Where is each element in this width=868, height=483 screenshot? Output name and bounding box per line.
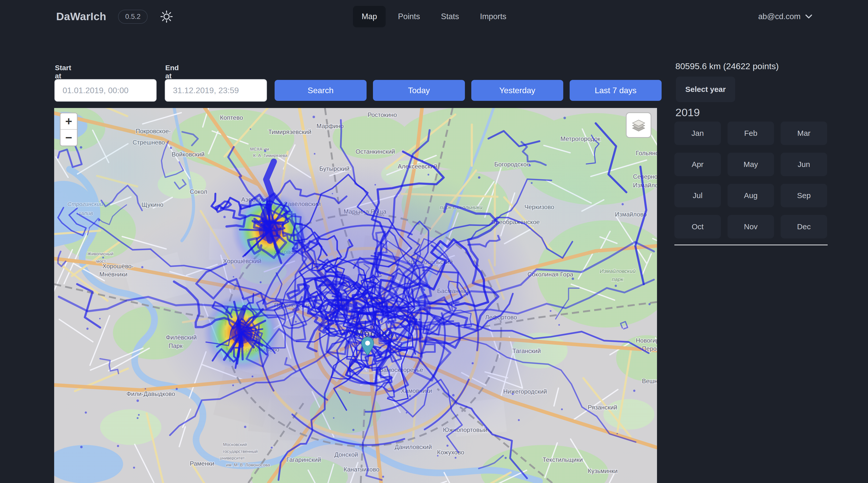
last-7-days-button[interactable]: Last 7 days	[570, 80, 661, 101]
map-label: Савёловский	[283, 200, 320, 207]
select-year-button[interactable]: Select year	[676, 76, 735, 102]
sidebar-divider	[674, 245, 828, 245]
map-label: Басманный	[437, 287, 470, 294]
map-container[interactable]: РостокиноКоптевоМарфиноПокровское-Стрешн…	[54, 108, 657, 483]
search-button[interactable]: Search	[275, 80, 367, 101]
app-logo[interactable]: DaWarIch	[56, 10, 106, 23]
location-marker[interactable]	[361, 337, 374, 356]
map-label: Донской	[334, 451, 358, 458]
map-label: Лефортово	[485, 314, 517, 321]
map-label: Измайлово	[615, 211, 647, 218]
map-label: Мнёвники	[99, 271, 127, 278]
map-label: Преображенское	[491, 219, 540, 225]
map-label: Гагаринский	[286, 456, 321, 463]
map-label: Южнопортовый	[443, 426, 487, 433]
map-label: Рязанский	[588, 404, 617, 411]
map-label: Измайловский	[600, 268, 636, 274]
map-label: Соколиная Гора	[527, 271, 574, 278]
map-label: Филёвский	[166, 334, 197, 341]
map-label: Раменки	[190, 460, 214, 467]
map-label: Текстильщики	[542, 456, 583, 463]
map-label: Даниловский	[395, 444, 432, 450]
map-label: им. М. В. Ломоносова	[226, 462, 270, 468]
map-label: Черкизово	[524, 203, 554, 211]
map-label: Покровское-	[136, 128, 171, 134]
map-label: Канатчиково	[344, 466, 379, 473]
distance-points-stats: 80595.6 km (24622 points)	[675, 61, 779, 71]
month-button-aug[interactable]: Aug	[727, 184, 774, 207]
yesterday-button[interactable]: Yesterday	[471, 80, 563, 101]
tab-points[interactable]: Points	[389, 6, 429, 27]
map-zoom-control: + −	[60, 112, 78, 146]
map-label: Измайлово	[633, 182, 657, 189]
map-label: Кузьминки	[588, 468, 618, 474]
sun-icon	[160, 10, 173, 23]
map-label: Пресненский	[274, 302, 311, 309]
month-button-jul[interactable]: Jul	[674, 184, 721, 207]
month-button-sep[interactable]: Sep	[781, 184, 827, 207]
layers-icon	[631, 118, 646, 133]
end-at-input[interactable]	[165, 79, 267, 102]
map-label: Беговой	[274, 248, 297, 255]
map-label: Останкинский	[355, 148, 395, 155]
map-label: Стрешнево	[132, 139, 165, 146]
month-button-jan[interactable]: Jan	[674, 122, 721, 145]
month-button-nov[interactable]: Nov	[727, 215, 774, 238]
month-button-mar[interactable]: Mar	[781, 122, 827, 145]
dawarich-app: DaWarIch 0.5.2 Map Points Stats Imports …	[0, 0, 868, 483]
user-menu[interactable]: ab@cd.com	[758, 0, 812, 33]
map-label: парк	[612, 276, 624, 282]
map-label: Таганский	[513, 348, 541, 354]
today-button[interactable]: Today	[373, 80, 465, 101]
tab-map[interactable]: Map	[353, 6, 386, 27]
zoom-out-button[interactable]: −	[61, 130, 77, 146]
map-label: Строгинский	[67, 201, 103, 207]
map-label: Московский	[223, 442, 247, 447]
map-label: К. А. Тимирязева	[253, 153, 288, 158]
map-label: Замоскворечье	[380, 366, 423, 373]
map-label: Алексеевский	[398, 163, 437, 170]
zoom-in-button[interactable]: +	[61, 114, 77, 130]
map-label: Перово	[642, 345, 657, 352]
map-label: Хорошёво-	[102, 263, 133, 269]
map-label: государственный	[223, 449, 258, 454]
map-label: Хамовники	[401, 387, 432, 394]
year-heading: 2019	[675, 106, 700, 119]
map-label: Вешняки	[642, 378, 657, 384]
layers-control-button[interactable]	[626, 112, 651, 138]
user-email: ab@cd.com	[758, 12, 801, 21]
chevron-down-icon	[805, 14, 812, 19]
month-button-dec[interactable]: Dec	[781, 215, 827, 238]
map-label: Сокол	[190, 188, 207, 195]
map-label: Хорошёвский	[223, 258, 261, 264]
map-label: Войковский	[172, 151, 205, 158]
month-button-oct[interactable]: Oct	[674, 215, 721, 238]
tab-stats[interactable]: Stats	[432, 6, 468, 27]
map-label: Дорогомилово	[238, 346, 279, 353]
map-label: Новогиреево	[636, 337, 657, 344]
month-button-may[interactable]: May	[727, 153, 774, 176]
map-label: Бутырский	[319, 165, 349, 172]
tab-imports[interactable]: Imports	[471, 6, 515, 27]
map-label: Фили-Давыдково	[126, 390, 175, 397]
map-label: Тимирязевский	[268, 128, 311, 135]
map-label: Коптево	[220, 114, 243, 121]
start-at-input[interactable]	[54, 79, 157, 102]
month-button-feb[interactable]: Feb	[727, 122, 774, 145]
brand-group: DaWarIch 0.5.2	[56, 0, 174, 33]
map-label: университет	[220, 456, 245, 460]
map-label: Парк	[168, 342, 183, 349]
map-label: Щукино	[142, 201, 163, 208]
map-label: Богородское	[494, 161, 530, 168]
month-button-jun[interactable]: Jun	[781, 153, 827, 176]
map-label: Живописный	[87, 252, 114, 256]
map-label: Нижегородский	[503, 388, 547, 395]
map-label: Марьина Роща	[344, 208, 386, 215]
month-button-apr[interactable]: Apr	[674, 153, 721, 176]
map-label: Гольяново	[636, 150, 657, 157]
map-label: Аэропорт	[241, 196, 268, 203]
top-navbar: DaWarIch 0.5.2 Map Points Stats Imports …	[0, 0, 868, 33]
map-label: залив	[78, 210, 93, 217]
theme-toggle-button[interactable]	[159, 9, 174, 24]
end-at-label: End at	[165, 64, 179, 80]
